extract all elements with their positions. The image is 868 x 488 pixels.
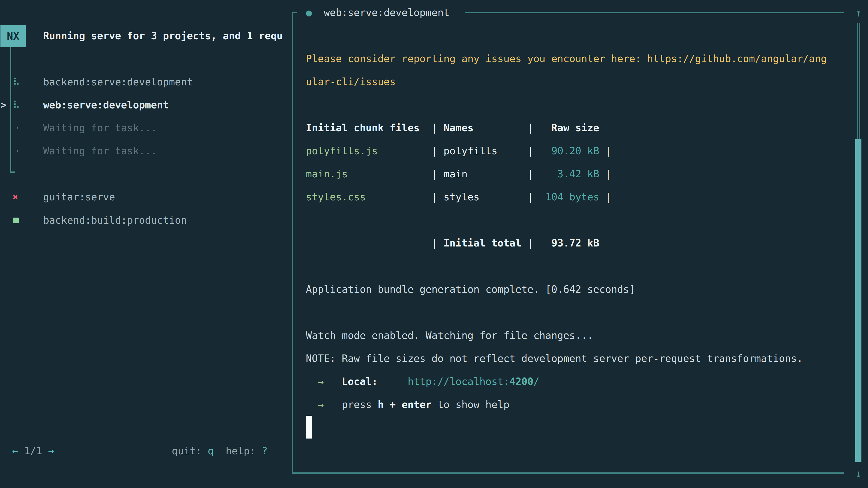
- output-line: Application bundle generation complete. …: [306, 283, 635, 296]
- task-item-backend-build-production[interactable]: backend:build:production: [0, 213, 289, 227]
- nx-logo-badge: NX: [0, 25, 26, 47]
- text-segment: |: [432, 191, 443, 203]
- spinner-icon: ⠧: [13, 98, 20, 112]
- task-label: backend:serve:development: [43, 75, 193, 89]
- text-segment: |: [599, 145, 611, 157]
- text-segment: 4200: [509, 376, 533, 387]
- text-segment: |: [527, 191, 533, 203]
- output-line: | Initial total | 93.72 kB: [306, 236, 599, 250]
- text-segment: [366, 191, 432, 203]
- success-square-icon: [13, 218, 19, 223]
- text-segment: [348, 168, 432, 180]
- text-segment: |: [527, 168, 533, 180]
- output-line: ular-cli/issues: [306, 75, 396, 89]
- output-line: Initial chunk files | Names | Raw size: [306, 121, 599, 135]
- text-segment: 93.72 kB: [551, 237, 599, 249]
- text-segment: [324, 399, 342, 410]
- text-segment: |: [599, 191, 611, 203]
- task-item-Waiting-for-task-[interactable]: ·Waiting for task...: [0, 144, 289, 158]
- task-label: Waiting for task...: [43, 121, 157, 135]
- text-segment: polyfills.js: [306, 145, 378, 157]
- text-segment: /: [533, 376, 539, 387]
- scroll-up-icon[interactable]: ↑: [852, 7, 864, 19]
- text-segment: [378, 145, 432, 157]
- text-segment: |: [599, 168, 611, 180]
- text-segment: Initial total: [443, 237, 521, 249]
- text-segment: ←: [12, 445, 18, 457]
- scrollbar-thumb[interactable]: [855, 139, 862, 462]
- output-line: Please consider reporting any issues you…: [306, 52, 827, 66]
- waiting-dot-icon: ·: [14, 121, 21, 135]
- selected-chevron-icon: >: [0, 98, 6, 112]
- output-line: → press h + enter to show help: [306, 398, 509, 412]
- text-segment: web:serve:development: [324, 7, 450, 18]
- terminal-cursor: [306, 416, 312, 438]
- text-segment: [306, 399, 318, 410]
- text-segment: quit:: [172, 445, 208, 457]
- text-segment: main: [443, 168, 467, 180]
- panel-border-left: [292, 12, 293, 474]
- output-line: main.js | main | 3.42 kB |: [306, 167, 611, 181]
- text-segment: [533, 191, 546, 203]
- text-segment: [533, 145, 551, 157]
- text-segment: styles.css: [306, 191, 366, 203]
- text-segment: help:: [214, 445, 261, 457]
- output-line: styles.css | styles | 104 bytes |: [306, 190, 611, 204]
- text-segment: 90.20 kB: [551, 145, 599, 157]
- output-line: Watch mode enabled. Watching for file ch…: [306, 328, 593, 343]
- text-segment: |: [527, 145, 533, 157]
- task-label: backend:build:production: [43, 213, 187, 227]
- keyboard-hints: quit: q help: ?: [172, 444, 268, 458]
- failed-cross-icon: ✖: [13, 190, 18, 204]
- text-segment: h + enter: [378, 399, 432, 410]
- text-segment: [312, 7, 324, 18]
- scrollbar-track: [859, 23, 860, 139]
- text-segment: to show help: [432, 399, 509, 410]
- text-segment: ●: [306, 7, 312, 18]
- task-item-backend-serve-development[interactable]: ⠧backend:serve:development: [0, 75, 289, 89]
- pager[interactable]: ← 1/1 →: [12, 444, 54, 458]
- text-segment: |: [527, 237, 533, 249]
- text-segment: Local:: [342, 376, 378, 387]
- text-segment: [533, 168, 557, 180]
- text-segment: 104 bytes: [546, 191, 599, 203]
- nx-tui-screen: NX Running serve for 3 projects, and 1 r…: [0, 0, 868, 488]
- text-segment: [522, 237, 528, 249]
- scroll-down-icon[interactable]: ↓: [852, 468, 864, 480]
- spinner-icon: ⠧: [13, 75, 20, 89]
- text-segment: →: [318, 376, 324, 387]
- panel-border-top: [465, 12, 844, 13]
- text-segment: 3.42 kB: [557, 168, 599, 180]
- task-item-Waiting-for-task-[interactable]: ·Waiting for task...: [0, 121, 289, 135]
- task-label: guitar:serve: [43, 190, 115, 204]
- page-title: Running serve for 3 projects, and 1 requ: [43, 29, 283, 43]
- task-label: web:serve:development: [43, 98, 169, 112]
- text-segment: |: [432, 168, 443, 180]
- text-segment: Initial chunk files | Names | Raw size: [306, 122, 599, 133]
- output-line: → Local: http://localhost:4200/: [306, 375, 539, 389]
- text-segment: |: [432, 145, 443, 157]
- text-segment: main.js: [306, 168, 348, 180]
- output-line: polyfills.js | polyfills | 90.20 kB |: [306, 144, 611, 158]
- text-segment: [479, 191, 527, 203]
- task-tree-line-foot: [10, 171, 15, 173]
- task-item-guitar-serve[interactable]: ✖guitar:serve: [0, 190, 289, 204]
- scrollbar-track: [857, 23, 858, 139]
- text-segment: [324, 376, 342, 387]
- text-segment: Watch mode enabled. Watching for file ch…: [306, 330, 593, 341]
- text-segment: [498, 145, 527, 157]
- text-segment: Please consider reporting any issues you…: [306, 53, 827, 64]
- text-segment: [378, 376, 408, 387]
- text-segment: →: [318, 399, 324, 410]
- text-segment: NOTE: Raw file sizes do not reflect deve…: [306, 353, 803, 364]
- text-segment: Application bundle generation complete. …: [306, 284, 635, 295]
- text-segment: [306, 376, 318, 387]
- output-line: NOTE: Raw file sizes do not reflect deve…: [306, 352, 803, 365]
- text-segment: press: [342, 399, 378, 410]
- panel-border-bottom: [292, 473, 844, 474]
- text-segment: |: [432, 237, 443, 249]
- text-segment: http://localhost:: [408, 376, 509, 387]
- text-segment: ?: [261, 445, 268, 457]
- task-item-web-serve-development[interactable]: >⠧web:serve:development: [0, 98, 289, 112]
- text-segment: [306, 237, 432, 249]
